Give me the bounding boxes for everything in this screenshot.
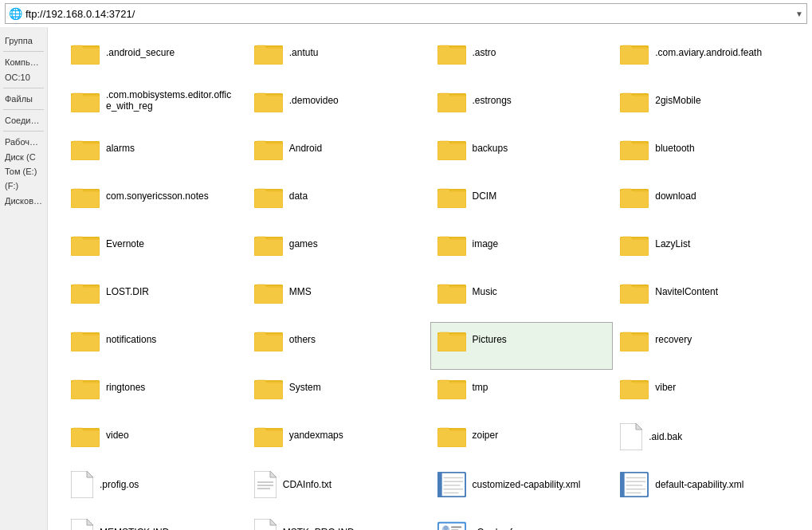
- file-item[interactable]: MSTK_PRO.IND: [247, 513, 430, 530]
- file-item[interactable]: viber: [613, 370, 796, 418]
- file-item[interactable]: data: [247, 179, 430, 226]
- main-layout: Группа Компьютер ОС:10 Файлы Соединения …: [0, 27, 812, 530]
- file-item[interactable]: DCIM: [430, 179, 614, 226]
- file-item-inner: default-capability.xml: [620, 471, 743, 498]
- file-item[interactable]: CDAInfo.txt: [247, 465, 430, 513]
- svg-marker-106: [636, 423, 642, 430]
- sidebar-item-disk-c[interactable]: Диск (C: [3, 150, 44, 164]
- file-item[interactable]: recovery: [613, 322, 796, 370]
- file-label: CDAInfo.txt: [283, 479, 331, 490]
- file-label: image: [473, 238, 499, 249]
- file-label: ringtones: [106, 382, 145, 393]
- file-label: Android: [289, 143, 322, 154]
- file-plain-icon: [254, 519, 277, 530]
- folder-icon: [620, 280, 649, 304]
- file-item-inner: customized-capability.xml: [437, 471, 581, 498]
- file-item[interactable]: Pictures: [430, 322, 614, 370]
- folder-icon: [620, 88, 649, 112]
- file-item-inner: tmp: [437, 375, 488, 399]
- file-item[interactable]: Android: [247, 131, 430, 179]
- file-item[interactable]: MMS: [247, 274, 430, 322]
- file-item-inner: video: [71, 423, 129, 447]
- file-item-inner: alarms: [71, 136, 135, 160]
- file-item-inner: DCIM: [437, 184, 497, 208]
- sidebar-item-f[interactable]: (F:): [3, 179, 44, 193]
- file-item[interactable]: vCard.vcf: [430, 513, 614, 530]
- file-item[interactable]: .estrongs: [430, 83, 614, 131]
- file-label: Music: [473, 286, 497, 297]
- sidebar-item-os[interactable]: ОС:10: [3, 70, 44, 84]
- folder-icon: [437, 328, 466, 351]
- svg-rect-124: [620, 472, 625, 497]
- file-label: recovery: [655, 334, 692, 345]
- file-item[interactable]: .antutu: [247, 35, 430, 83]
- file-item[interactable]: .demovideo: [247, 83, 430, 131]
- file-label: LazyList: [655, 238, 690, 249]
- folder-icon: [437, 423, 466, 447]
- sidebar-item-group[interactable]: Группа: [3, 33, 44, 48]
- file-item[interactable]: zoiper: [430, 418, 614, 465]
- file-item[interactable]: NavitelContent: [613, 274, 796, 322]
- sidebar-item-computer[interactable]: Компьютер: [3, 55, 44, 69]
- file-item-inner: recovery: [620, 328, 692, 351]
- file-item[interactable]: LOST.DIR: [64, 274, 247, 322]
- folder-icon: [620, 41, 649, 65]
- file-item[interactable]: games: [247, 226, 430, 274]
- folder-icon: [71, 136, 100, 160]
- folder-icon: [254, 232, 283, 256]
- address-input[interactable]: [25, 8, 792, 20]
- file-item-inner: games: [254, 232, 318, 256]
- file-item[interactable]: 2gisMobile: [613, 83, 796, 131]
- folder-icon: [620, 328, 649, 351]
- folder-icon: [437, 88, 466, 112]
- file-item[interactable]: Evernote: [64, 226, 247, 274]
- file-label: LOST.DIR: [106, 286, 149, 297]
- file-item[interactable]: .astro: [430, 35, 614, 83]
- sidebar-item-connections[interactable]: Соединения: [3, 113, 44, 128]
- file-item[interactable]: .com.aviary.android.feath: [613, 35, 796, 83]
- file-item[interactable]: com.sonyericsson.notes: [64, 179, 247, 226]
- file-item[interactable]: others: [247, 322, 430, 370]
- file-item-inner: others: [254, 328, 316, 351]
- file-item[interactable]: .profig.os: [64, 465, 247, 513]
- file-item[interactable]: download: [613, 179, 796, 226]
- file-item[interactable]: video: [64, 418, 247, 465]
- file-item[interactable]: bluetooth: [613, 131, 796, 179]
- folder-icon: [254, 88, 283, 112]
- sidebar: Группа Компьютер ОС:10 Файлы Соединения …: [0, 27, 48, 530]
- sidebar-item-desktop[interactable]: Рабочий стол: [3, 135, 44, 149]
- file-item[interactable]: notifications: [64, 322, 247, 370]
- folder-icon: [620, 136, 649, 160]
- file-item[interactable]: .android_secure: [64, 35, 247, 83]
- file-item-inner: .demovideo: [254, 88, 339, 112]
- file-item[interactable]: alarms: [64, 131, 247, 179]
- svg-marker-108: [87, 471, 93, 477]
- file-item[interactable]: tmp: [430, 370, 614, 418]
- file-item[interactable]: default-capability.xml: [613, 465, 796, 513]
- file-label: vCard.vcf: [473, 527, 513, 530]
- svg-point-140: [443, 526, 448, 530]
- file-item-inner: .com.aviary.android.feath: [620, 41, 762, 65]
- file-item[interactable]: backups: [430, 131, 614, 179]
- file-item-inner: LOST.DIR: [71, 280, 149, 304]
- dropdown-arrow-icon[interactable]: ▼: [795, 10, 803, 18]
- file-item[interactable]: System: [247, 370, 430, 418]
- sidebar-item-files[interactable]: Файлы: [3, 92, 44, 106]
- address-bar[interactable]: 🌐 ▼: [5, 3, 807, 24]
- file-item[interactable]: ringtones: [64, 370, 247, 418]
- sidebar-item-drive[interactable]: Дисковод (: [3, 194, 44, 208]
- file-item[interactable]: image: [430, 226, 614, 274]
- sidebar-item-ton[interactable]: Том (E:): [3, 164, 44, 179]
- file-item[interactable]: LazyList: [613, 226, 796, 274]
- folder-icon: [254, 423, 283, 447]
- file-item[interactable]: yandexmaps: [247, 418, 430, 465]
- file-item[interactable]: customized-capability.xml: [430, 465, 614, 513]
- file-item[interactable]: .aid.bak: [613, 418, 796, 465]
- file-label: notifications: [106, 334, 156, 345]
- folder-icon: [71, 184, 100, 208]
- file-label: System: [289, 382, 321, 393]
- file-item[interactable]: MEMSTICK.IND: [64, 513, 247, 530]
- ftp-icon: 🌐: [9, 7, 22, 20]
- file-item[interactable]: Music: [430, 274, 614, 322]
- file-item[interactable]: .com.mobisystems.editor.office_with_reg: [64, 83, 247, 131]
